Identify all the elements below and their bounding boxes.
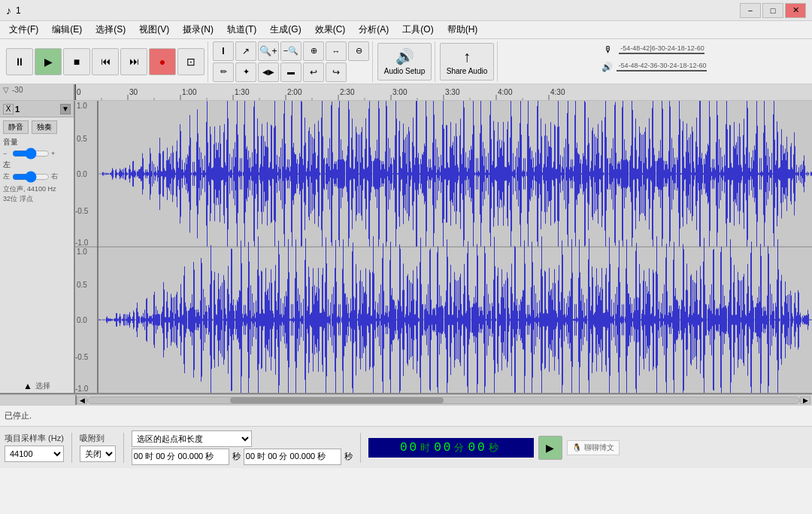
share-audio-button[interactable]: ↑ Share Audio: [440, 43, 494, 81]
audio-setup-button[interactable]: 🔊 Audio Setup: [377, 43, 432, 81]
maximize-button[interactable]: □: [762, 3, 783, 18]
pause-button[interactable]: ⏸: [6, 48, 33, 75]
bottom-toolbar: 项目采样率 (Hz) 44100 48000 22050 吸附到 关闭 小节 拍…: [0, 426, 812, 468]
svg-text:4:30: 4:30: [550, 88, 565, 96]
svg-text:1:30: 1:30: [235, 88, 250, 96]
track-panel: X 1 ▼ 静音 独奏 音量 − + 左 左 右: [0, 101, 75, 393]
trim-button[interactable]: ◀▶: [258, 62, 279, 82]
track-info: 立位声, 44100 Hz 32位 浮点: [3, 184, 71, 204]
status-text: 已停止.: [5, 410, 32, 421]
solo-button[interactable]: 独奏: [32, 120, 57, 134]
vu-rec-icon: 🎙: [604, 44, 617, 55]
snap-select[interactable]: 关闭 小节 拍: [80, 446, 116, 462]
svg-text:3:00: 3:00: [392, 88, 408, 96]
undo-button[interactable]: ↩: [303, 62, 324, 82]
track-expand-button[interactable]: ▼: [60, 104, 71, 114]
track-controls: 静音 独奏 音量 − + 左 左 右 立位声, 44100 Hz 32位 浮点: [0, 117, 74, 379]
gain-plus: +: [51, 150, 59, 157]
zoom-out2-button[interactable]: ⊖: [348, 41, 369, 61]
silence-button[interactable]: ▬: [280, 62, 301, 82]
next-button[interactable]: ⏭: [120, 48, 147, 75]
region-end-input[interactable]: [244, 449, 341, 465]
stop-button[interactable]: ■: [63, 48, 90, 75]
svg-text:0: 0: [77, 88, 81, 96]
time-display: 00 时 00 分 00 秒: [368, 438, 534, 458]
region-select[interactable]: 选区的起点和长度 选区的起点和终点: [132, 430, 252, 447]
sample-rate-select[interactable]: 44100 48000 22050: [5, 446, 64, 462]
scroll-thumb[interactable]: [230, 397, 444, 403]
svg-text:30: 30: [129, 88, 138, 96]
draw-tool-button[interactable]: ✏: [213, 62, 234, 82]
audio-setup-label: Audio Setup: [384, 67, 426, 75]
prev-button[interactable]: ⏮: [92, 48, 119, 75]
tools-row-1: I ↗: [213, 41, 256, 61]
mute-button[interactable]: 静音: [3, 120, 29, 134]
menu-generate[interactable]: 生成(G): [264, 22, 307, 38]
bottom-play-button[interactable]: ▶: [538, 436, 562, 460]
zoom-sel-button[interactable]: ⊕: [303, 41, 324, 61]
gain-minus: −: [3, 150, 11, 157]
zoom-out-button[interactable]: −🔍: [280, 41, 301, 61]
zoom-row-1: 🔍+ −🔍 ⊕ ↔ ⊖: [258, 41, 369, 61]
zoom-in-button[interactable]: 🔍+: [258, 41, 279, 61]
pan-slider-row: 左 右: [3, 172, 71, 181]
menu-bar: 文件(F) 编辑(E) 选择(S) 视图(V) 摄录(N) 轨道(T) 生成(G…: [0, 21, 812, 39]
menu-view[interactable]: 视图(V): [133, 22, 175, 38]
title-bar-left: ♪ 1: [6, 5, 21, 17]
snap-label: 吸附到: [80, 433, 116, 444]
qq-text: 聊聊博文: [584, 443, 614, 453]
title-text: 1: [16, 5, 21, 16]
minimize-button[interactable]: −: [740, 3, 761, 18]
toolbar-area: ⏸ ▶ ■ ⏮ ⏭ ● ⊡ I ↗ ✏ ✦ 🔍+ −🔍 ⊕ ↔ ⊖: [0, 39, 812, 84]
scroll-track[interactable]: [87, 397, 800, 404]
waveform-canvas: [75, 101, 812, 393]
track-mute-solo-row: 静音 独奏: [3, 120, 71, 134]
menu-tools[interactable]: 工具(O): [396, 22, 439, 38]
gain-slider[interactable]: [12, 149, 50, 158]
scrollbar-panel-space: [2, 395, 77, 405]
track-collapse-icon[interactable]: ▲: [23, 381, 32, 391]
select-tool-button[interactable]: I: [213, 41, 234, 61]
pan-label: 左: [3, 160, 71, 170]
ruler-panel-space: ▽-30: [0, 84, 75, 100]
play-button[interactable]: ▶: [35, 48, 62, 75]
sample-rate-label: 项目采样率 (Hz): [5, 433, 64, 444]
menu-edit[interactable]: 编辑(E): [46, 22, 88, 38]
sample-rate-group: 项目采样率 (Hz) 44100 48000 22050: [5, 433, 64, 462]
menu-help[interactable]: 帮助(H): [441, 22, 484, 38]
menu-effects[interactable]: 效果(C): [309, 22, 352, 38]
region-start-input[interactable]: [132, 449, 229, 465]
menu-record[interactable]: 摄录(N): [177, 22, 220, 38]
multi-tool-button[interactable]: ✦: [235, 62, 256, 82]
close-icon: X: [6, 105, 11, 113]
time-sep-2: 分: [454, 441, 466, 455]
menu-file[interactable]: 文件(F): [3, 22, 44, 38]
track-number: 1: [15, 105, 20, 114]
time-hours: 00: [400, 441, 419, 455]
track-close-button[interactable]: X: [3, 104, 14, 114]
svg-text:4:00: 4:00: [498, 88, 513, 96]
audio-setup-icon: 🔊: [395, 47, 414, 65]
qq-icon: 🐧: [572, 443, 581, 452]
waveform-area[interactable]: [75, 101, 812, 393]
time-sep-3: 秒: [489, 441, 501, 455]
scroll-right-arrow[interactable]: ▶: [800, 397, 810, 404]
loop-button[interactable]: ⊡: [177, 48, 205, 75]
menu-analyze[interactable]: 分析(A): [353, 22, 395, 38]
record-button[interactable]: ●: [149, 48, 176, 75]
svg-text:2:30: 2:30: [340, 88, 355, 96]
close-button[interactable]: ✕: [785, 3, 806, 18]
redo-button[interactable]: ↪: [326, 62, 347, 82]
scroll-left-arrow[interactable]: ◀: [77, 397, 87, 404]
envelope-tool-button[interactable]: ↗: [235, 41, 256, 61]
menu-select[interactable]: 选择(S): [89, 22, 132, 38]
vu-play-scale: -54-48-42-36-30-24-18-12-60: [618, 62, 706, 69]
sep-2: [123, 433, 124, 463]
vu-meter-group: 🎙 -54-48-42|6-30-24-18-12-60 🔊 -54-48-42…: [499, 41, 809, 82]
vu-play-bar: [617, 70, 706, 71]
pan-slider[interactable]: [12, 172, 50, 181]
menu-track[interactable]: 轨道(T): [221, 22, 262, 38]
qq-badge: 🐧 聊聊博文: [567, 440, 620, 455]
zoom-fit-button[interactable]: ↔: [326, 41, 347, 61]
sep-1: [71, 433, 72, 463]
